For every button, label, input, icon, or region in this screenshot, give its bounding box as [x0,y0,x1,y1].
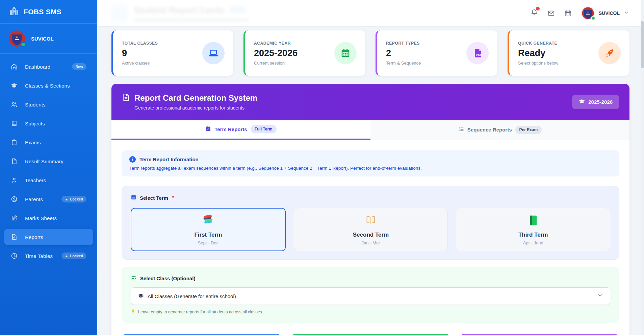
sidebar-item-subjects[interactable]: Subjects [4,115,93,131]
sidebar-profile[interactable]: SUVICOL [0,24,97,54]
info-title: Term Report Information [139,157,199,162]
academic-year-badge[interactable]: 2025-2026 [572,95,619,109]
tab-sequence-reports[interactable]: 12 Sequence Reports Per Exam [370,120,629,140]
sidebar-item-result-summary[interactable]: Result Summary [4,153,93,169]
school-building-icon [9,6,20,18]
stat-card-total-classes: TOTAL CLASSES 9 Active classes [111,30,233,76]
stat-card-report-types: REPORT TYPES 2 Term & Sequence PDF [376,30,497,76]
sidebar-item-students[interactable]: Students [4,96,93,113]
sidebar-item-dashboard[interactable]: Dashboard New [4,58,93,75]
mail-icon[interactable] [547,9,555,17]
graduation-cap-icon [579,98,585,105]
tab-term-reports[interactable]: Term Reports Full Term [111,120,370,140]
lightbulb-icon [131,309,135,315]
term-title: Second Term [353,232,389,238]
calendar-icon[interactable] [564,9,572,17]
open-book-icon [364,214,377,228]
stat-sub: Select options below [518,61,558,66]
new-badge: New [72,63,86,70]
stat-value: 9 [122,48,158,58]
select-class-section: Select Class (Optional) All Classes (Gen… [122,267,619,322]
users-icon [11,101,18,108]
sidebar-item-marks-sheets[interactable]: Marks Sheets [4,210,93,226]
sidebar-item-label: Reports [25,234,86,240]
info-icon: i [129,156,136,163]
sidebar-item-time-tables[interactable]: Time Tables Locked [4,248,93,264]
clipboard-icon [11,139,18,146]
term-dates: Apr - June [523,240,543,245]
term-options: First Term Sept - Dec Second Term Jan - … [131,208,610,251]
sidebar-item-label: Teachers [25,177,86,183]
report-icon [11,234,18,240]
term-report-info-box: i Term Report Information Term reports a… [122,150,619,176]
class-select-dropdown[interactable]: All Classes (Generate for entire school) [131,287,610,305]
sidebar-item-reports[interactable]: Reports [4,229,93,245]
edit-icon [11,215,18,221]
sidebar-nav: Dashboard New Classes & Sections Student… [0,54,97,269]
stat-label: ACADEMIC YEAR [254,41,298,46]
pdf-icon: PDF [466,42,489,64]
clock-icon [11,253,18,259]
tab-badge: Full Term [251,125,277,133]
notifications-button[interactable] [531,9,538,18]
stat-value: 2 [386,48,421,58]
required-asterisk: * [172,195,174,201]
tab-label: Sequence Reports [467,127,512,133]
report-card-icon [122,93,130,103]
sidebar-item-label: Time Tables [25,253,54,259]
online-status-dot [21,42,26,47]
green-calendar-icon [334,42,357,64]
report-generation-card: Report Card Generation System Generate p… [111,84,629,335]
select-term-label: Select Term [140,195,168,201]
hint-text: Leave empty to generate reports for all … [138,310,262,314]
banner-subtitle: Generate professional academic reports f… [134,105,257,111]
school-name: SUVICOL [31,36,54,42]
school-avatar [9,30,25,47]
book-icon [11,120,18,127]
person-circle-icon [11,196,18,202]
sidebar: FOBS SMS SUVICOL Dashboard New Classes &… [0,0,97,335]
laptop-icon [202,42,225,64]
app-logo[interactable]: FOBS SMS [0,0,97,24]
user-menu[interactable]: SUVICOL [581,6,629,20]
faded-header-pill [229,6,246,13]
term-option-first[interactable]: First Term Sept - Dec [131,208,286,251]
stat-value: Ready [518,48,558,58]
sidebar-item-label: Dashboard [25,64,65,70]
academic-year-label: 2025-2026 [588,99,613,105]
scrollbar-thumb[interactable] [641,21,644,68]
page-scrollbar[interactable] [641,0,644,335]
tab-label: Term Reports [214,126,247,132]
sidebar-item-label: Marks Sheets [25,215,86,221]
tab-badge: Per Exam [515,126,542,134]
sidebar-item-classes-sections[interactable]: Classes & Sections [4,77,93,94]
class-select-hint: Leave empty to generate reports for all … [131,309,610,315]
term-option-second[interactable]: Second Term Jan - Mar [294,208,448,251]
faded-page-header: Student Report Cards [111,4,249,22]
term-title: First Term [194,232,222,238]
sidebar-item-label: Students [25,102,86,107]
sidebar-item-teachers[interactable]: Teachers [4,172,93,188]
term-title: Third Term [518,232,548,238]
locked-badge: Locked [61,253,86,259]
svg-text:PDF: PDF [476,54,482,57]
class-select-value: All Classes (Generate for entire school) [148,293,236,299]
term-option-third[interactable]: Third Term Apr - June [456,208,610,251]
file-icon [11,158,18,165]
chevron-down-icon [597,292,603,300]
user-avatar [581,6,595,20]
sidebar-item-exams[interactable]: Exams [4,134,93,150]
select-class-label: Select Class (Optional) [140,276,195,281]
graduation-cap-icon [11,82,18,89]
home-icon [11,63,18,70]
person-icon [11,177,18,184]
sidebar-item-parents[interactable]: Parents Locked [4,191,93,207]
books-stack-icon [202,214,214,228]
app-title: FOBS SMS [24,8,61,16]
user-name: SUVICOL [599,10,620,16]
stat-sub: Active classes [122,61,158,66]
sidebar-item-label: Parents [25,196,54,202]
green-book-icon [527,214,540,228]
banner-title: Report Card Generation System [134,93,257,103]
rocket-icon [598,42,621,64]
